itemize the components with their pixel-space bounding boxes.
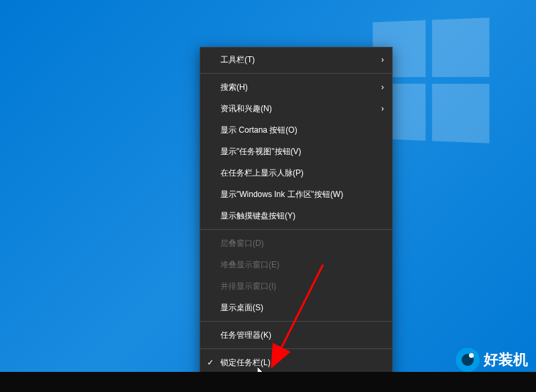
menu-item-cascade-windows: 层叠窗口(D) (200, 233, 392, 254)
menu-separator (200, 229, 392, 230)
menu-label: 搜索(H) (220, 82, 381, 93)
menu-item-lock-taskbar[interactable]: ✓ 锁定任务栏(L) (200, 352, 392, 373)
menu-label: 显示桌面(S) (220, 302, 384, 314)
menu-item-show-people[interactable]: 在任务栏上显示人脉(P) (200, 162, 392, 184)
menu-label: 层叠窗口(D) (220, 238, 384, 249)
menu-separator (200, 321, 392, 322)
menu-item-search[interactable]: 搜索(H) › (200, 76, 392, 98)
menu-label: 显示"Windows Ink 工作区"按钮(W) (220, 189, 384, 200)
taskbar-context-menu: 工具栏(T) › 搜索(H) › 资讯和兴趣(N) › 显示 Cortana 按… (200, 47, 393, 392)
brand-watermark: 好装机 (456, 348, 528, 372)
menu-item-show-windows-ink[interactable]: 显示"Windows Ink 工作区"按钮(W) (200, 184, 392, 205)
menu-label: 工具栏(T) (220, 54, 381, 66)
chevron-right-icon: › (381, 82, 384, 92)
menu-label: 并排显示窗口(I) (220, 281, 384, 292)
menu-label: 显示触摸键盘按钮(Y) (220, 210, 384, 222)
menu-separator (200, 73, 392, 74)
taskbar[interactable] (0, 372, 536, 392)
menu-label: 在任务栏上显示人脉(P) (220, 168, 384, 179)
chevron-right-icon: › (381, 104, 384, 113)
menu-item-toolbars[interactable]: 工具栏(T) › (200, 49, 392, 70)
menu-item-side-by-side: 并排显示窗口(I) (200, 275, 392, 297)
menu-item-task-manager[interactable]: 任务管理器(K) (200, 324, 392, 346)
menu-label: 锁定任务栏(L) (220, 357, 384, 369)
menu-item-news-interests[interactable]: 资讯和兴趣(N) › (200, 98, 392, 119)
checkmark-icon: ✓ (207, 358, 214, 367)
menu-label: 显示 Cortana 按钮(O) (220, 125, 384, 136)
menu-separator (200, 348, 392, 349)
menu-item-show-touch-keyboard[interactable]: 显示触摸键盘按钮(Y) (200, 205, 392, 226)
menu-item-stack-windows: 堆叠显示窗口(E) (200, 254, 392, 275)
brand-text: 好装机 (484, 350, 528, 370)
menu-label: 堆叠显示窗口(E) (220, 259, 384, 271)
menu-item-show-cortana[interactable]: 显示 Cortana 按钮(O) (200, 119, 392, 141)
menu-label: 任务管理器(K) (220, 330, 384, 341)
chevron-right-icon: › (381, 55, 384, 64)
menu-label: 资讯和兴趣(N) (220, 103, 381, 115)
menu-item-show-task-view[interactable]: 显示"任务视图"按钮(V) (200, 141, 392, 162)
menu-item-show-desktop[interactable]: 显示桌面(S) (200, 297, 392, 318)
brand-eye-icon (456, 348, 480, 372)
menu-label: 显示"任务视图"按钮(V) (220, 146, 384, 157)
